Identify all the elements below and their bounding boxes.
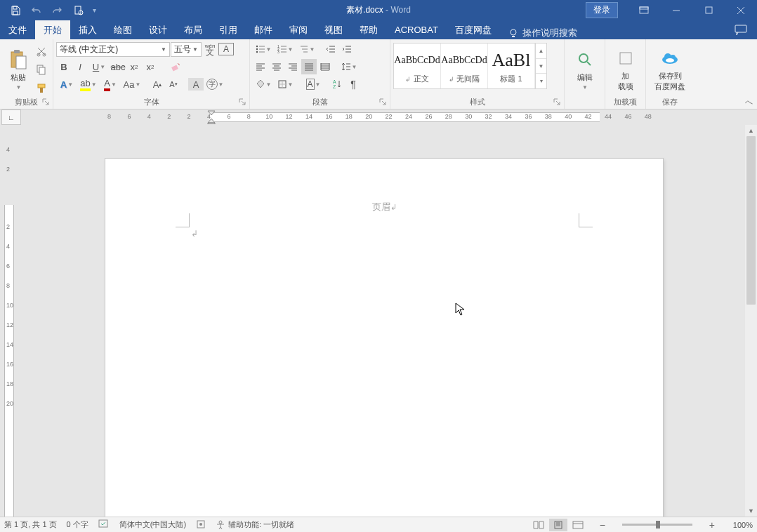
decrease-indent-icon[interactable] [323,41,338,57]
tell-me-search[interactable]: 操作说明搜索 [508,27,577,39]
tab-home[interactable]: 开始 [35,20,70,39]
word-count[interactable]: 0 个字 [67,519,88,530]
subscript-icon[interactable]: x2 [126,59,142,74]
text-effects-icon[interactable]: A▼ [56,77,77,92]
minimize-icon[interactable] [660,0,692,20]
paste-button[interactable]: 粘贴 ▼ [3,41,34,97]
align-distributed-icon[interactable] [317,59,333,74]
italic-icon[interactable]: I [72,59,88,74]
launcher-icon[interactable] [553,98,561,106]
strikethrough-icon[interactable]: abc [110,59,126,74]
style-no-spacing[interactable]: AaBbCcDd ↲ 无间隔 [441,44,488,88]
highlight-icon[interactable]: ab▼ [78,77,99,92]
undo-icon[interactable] [27,2,46,19]
zoom-in-icon[interactable]: + [706,519,718,531]
align-center-icon[interactable] [269,59,284,74]
change-case-icon[interactable]: Aa▼ [121,77,143,92]
asian-layout-icon[interactable]: A▼ [303,77,324,92]
format-painter-icon[interactable] [34,81,49,96]
char-border-icon[interactable]: A [218,43,234,55]
underline-icon[interactable]: U▼ [88,59,110,74]
accessibility-status[interactable]: 辅助功能: 一切就绪 [216,519,294,530]
ribbon-display-icon[interactable] [628,0,660,20]
tab-insert[interactable]: 插入 [70,20,105,39]
sort-icon[interactable]: AZ [329,77,345,92]
line-spacing-icon[interactable]: ▼ [338,59,360,74]
tab-draw[interactable]: 绘图 [105,20,140,39]
scroll-up-icon[interactable]: ▲ [745,125,757,136]
save-to-baidu-button[interactable]: 保存到 百度网盘 [650,41,690,97]
ruler-horizontal[interactable]: 8642246810121416182022242628303234363840… [21,109,757,125]
tab-acrobat[interactable]: ACROBAT [386,20,447,39]
language-status[interactable]: 简体中文(中国大陆) [119,519,186,530]
login-button[interactable]: 登录 [586,2,618,18]
enclose-char-icon[interactable]: 字▼ [204,77,225,92]
scrollbar-vertical[interactable]: ▲ ▼ [745,125,757,517]
tab-layout[interactable]: 布局 [176,20,211,39]
copy-icon[interactable] [34,62,49,77]
scroll-thumb[interactable] [746,136,756,305]
comments-icon[interactable] [725,20,757,39]
close-icon[interactable] [725,0,757,20]
qat-customize-icon[interactable]: ▾ [90,6,98,14]
bullets-icon[interactable]: ▼ [253,41,274,57]
print-preview-icon[interactable] [69,2,88,19]
zoom-slider[interactable] [622,524,692,526]
collapse-ribbon-icon[interactable]: へ [745,97,753,107]
addins-button[interactable]: 加 载项 [610,41,641,97]
borders-icon[interactable]: ▼ [275,77,296,92]
ruler-vertical[interactable]: 422468101214161820 [0,125,20,517]
tab-help[interactable]: 帮助 [351,20,386,39]
document-area[interactable]: 页眉↲ ↲ [20,125,757,517]
redo-icon[interactable] [48,2,67,19]
scroll-down-icon[interactable]: ▼ [745,505,757,517]
font-name-combo[interactable]: 等线 (中文正文)▼ [56,42,170,57]
style-heading1[interactable]: AaBl 标题 1 [488,44,535,88]
clear-formatting-icon[interactable] [168,59,183,74]
view-buttons [529,519,587,531]
show-marks-icon[interactable]: ¶ [345,77,361,92]
print-layout-icon[interactable] [549,519,567,531]
tab-selector[interactable]: ∟ [1,109,21,125]
maximize-icon[interactable] [692,0,725,20]
font-color-icon[interactable]: A▼ [100,77,121,92]
superscript-icon[interactable]: x2 [143,59,158,74]
align-left-icon[interactable] [253,59,268,74]
shading-icon[interactable]: ▼ [253,77,274,92]
editing-button[interactable]: 编辑 ▼ [570,41,600,97]
font-size-combo[interactable]: 五号▼ [171,42,202,57]
style-normal[interactable]: AaBbCcDd ↲ 正文 [394,44,441,88]
char-shading-icon[interactable]: A [188,78,204,91]
web-layout-icon[interactable] [569,519,587,531]
styles-scroll[interactable]: ▲▼▾ [535,44,546,88]
tab-file[interactable]: 文件 [0,20,35,39]
zoom-level[interactable]: 100% [728,521,753,529]
read-mode-icon[interactable] [529,519,548,531]
page-status[interactable]: 第 1 页, 共 1 页 [4,519,57,530]
styles-gallery[interactable]: AaBbCcDd ↲ 正文 AaBbCcDd ↲ 无间隔 AaBl 标题 1 ▲… [393,43,547,89]
tab-view[interactable]: 视图 [316,20,351,39]
shrink-font-icon[interactable]: A▾ [166,77,181,92]
increase-indent-icon[interactable] [339,41,355,57]
bold-icon[interactable]: B [56,59,72,74]
launcher-icon[interactable] [378,98,387,106]
align-justify-icon[interactable] [301,59,317,74]
tab-review[interactable]: 审阅 [281,20,316,39]
macro-icon[interactable] [196,519,206,531]
tab-mail[interactable]: 邮件 [246,20,281,39]
multilevel-list-icon[interactable]: ▼ [296,41,317,57]
numbering-icon[interactable]: 123▼ [275,41,296,57]
spellcheck-icon[interactable] [98,519,110,531]
tab-baidu[interactable]: 百度网盘 [447,20,500,39]
save-icon[interactable] [6,2,25,19]
phonetic-guide-icon[interactable]: wén文 [202,41,218,57]
grow-font-icon[interactable]: A▴ [150,77,165,92]
tab-design[interactable]: 设计 [140,20,176,39]
tab-references[interactable]: 引用 [211,20,246,39]
align-right-icon[interactable] [285,59,301,74]
launcher-icon[interactable] [41,98,50,106]
launcher-icon[interactable] [238,98,246,106]
page[interactable]: 页眉↲ ↲ [105,159,663,517]
zoom-out-icon[interactable]: − [597,519,608,531]
cut-icon[interactable] [34,44,49,59]
